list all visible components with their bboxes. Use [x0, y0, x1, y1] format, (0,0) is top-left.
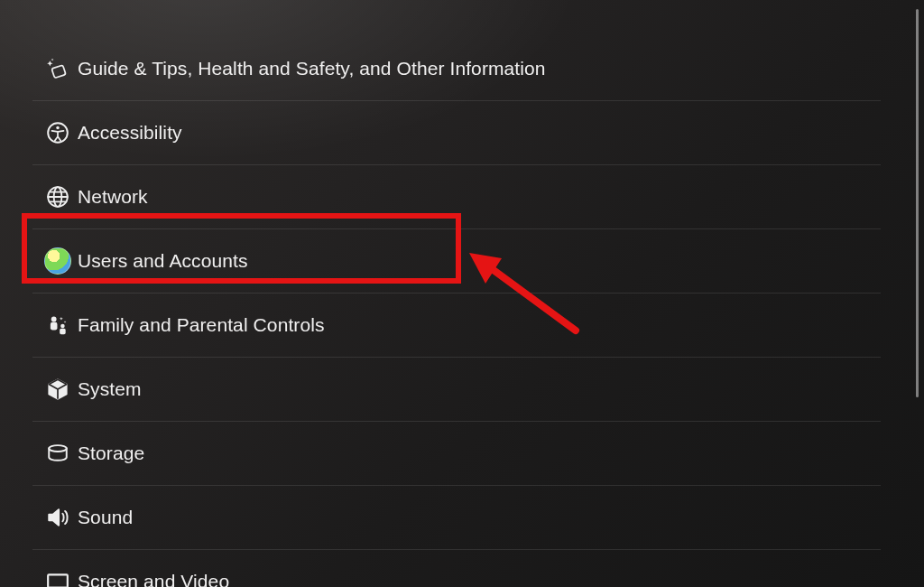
avatar-icon [38, 247, 78, 275]
settings-item-label: Guide & Tips, Health and Safety, and Oth… [78, 58, 546, 79]
disk-icon [38, 442, 78, 465]
settings-item-family[interactable]: Family and Parental Controls [32, 293, 881, 357]
settings-item-label: Accessibility [78, 122, 182, 144]
settings-item-users-accounts[interactable]: Users and Accounts [32, 228, 881, 293]
cube-icon [38, 377, 78, 401]
globe-icon [38, 185, 78, 209]
settings-item-label: System [78, 378, 142, 400]
settings-item-accessibility[interactable]: Accessibility [32, 100, 881, 164]
speaker-icon [38, 506, 78, 529]
svg-point-9 [49, 445, 67, 452]
settings-item-guide[interactable]: Guide & Tips, Health and Safety, and Oth… [32, 36, 881, 100]
sparkle-book-icon [38, 57, 78, 80]
settings-item-label: Storage [78, 443, 144, 464]
scrollbar[interactable] [916, 9, 919, 397]
settings-item-sound[interactable]: Sound [32, 485, 881, 549]
settings-item-screen-video[interactable]: Screen and Video [32, 549, 881, 587]
settings-item-system[interactable]: System [32, 357, 881, 421]
svg-rect-8 [60, 329, 66, 335]
settings-item-label: Screen and Video [78, 571, 229, 587]
svg-point-2 [56, 126, 59, 129]
settings-item-network[interactable]: Network [32, 164, 881, 228]
settings-item-label: Users and Accounts [78, 250, 248, 272]
svg-rect-6 [51, 322, 58, 331]
svg-point-5 [51, 317, 57, 322]
family-icon [38, 313, 78, 337]
accessibility-icon [38, 121, 78, 144]
svg-rect-10 [48, 574, 68, 587]
screen-icon [38, 570, 78, 587]
svg-rect-0 [51, 65, 66, 78]
settings-item-storage[interactable]: Storage [32, 421, 881, 485]
settings-item-label: Family and Parental Controls [78, 314, 325, 336]
settings-item-label: Sound [78, 507, 133, 528]
svg-point-7 [60, 324, 65, 329]
settings-item-label: Network [78, 186, 148, 208]
settings-list: Guide & Tips, Health and Safety, and Oth… [32, 36, 881, 587]
